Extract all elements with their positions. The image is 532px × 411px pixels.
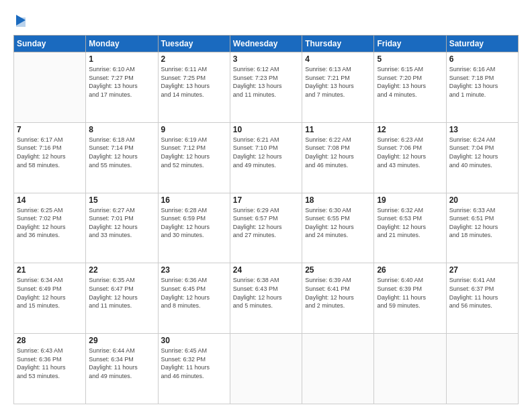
day-header-tuesday: Tuesday [158,36,230,52]
day-cell [446,334,518,404]
day-info: Sunrise: 6:21 AM Sunset: 7:10 PM Dayligh… [233,136,299,169]
header-row: SundayMondayTuesdayWednesdayThursdayFrid… [14,36,519,52]
day-cell: 26Sunrise: 6:40 AM Sunset: 6:39 PM Dayli… [374,263,446,334]
day-number: 5 [377,54,443,64]
day-info: Sunrise: 6:35 AM Sunset: 6:47 PM Dayligh… [89,276,154,310]
day-cell: 21Sunrise: 6:34 AM Sunset: 6:49 PM Dayli… [14,263,86,334]
day-info: Sunrise: 6:12 AM Sunset: 7:23 PM Dayligh… [233,65,299,99]
day-info: Sunrise: 6:33 AM Sunset: 6:51 PM Dayligh… [449,206,515,240]
day-number: 11 [305,125,371,134]
day-cell: 20Sunrise: 6:33 AM Sunset: 6:51 PM Dayli… [446,193,518,263]
day-number: 13 [449,125,515,134]
logo-icon [15,13,27,28]
day-info: Sunrise: 6:32 AM Sunset: 6:53 PM Dayligh… [377,206,443,240]
day-info: Sunrise: 6:17 AM Sunset: 7:16 PM Dayligh… [17,136,83,169]
day-info: Sunrise: 6:36 AM Sunset: 6:45 PM Dayligh… [161,276,227,310]
day-info: Sunrise: 6:45 AM Sunset: 6:32 PM Dayligh… [161,347,227,380]
day-number: 30 [161,336,227,345]
day-info: Sunrise: 6:19 AM Sunset: 7:12 PM Dayligh… [161,136,227,169]
day-number: 14 [17,195,83,205]
day-number: 15 [89,195,154,205]
day-cell: 11Sunrise: 6:22 AM Sunset: 7:08 PM Dayli… [302,122,374,193]
day-cell: 18Sunrise: 6:30 AM Sunset: 6:55 PM Dayli… [302,193,374,263]
day-cell: 22Sunrise: 6:35 AM Sunset: 6:47 PM Dayli… [86,263,158,334]
day-cell [374,334,446,404]
day-cell: 30Sunrise: 6:45 AM Sunset: 6:32 PM Dayli… [158,334,230,404]
day-number: 9 [161,125,227,134]
day-number: 12 [377,125,443,134]
day-info: Sunrise: 6:30 AM Sunset: 6:55 PM Dayligh… [305,206,371,240]
day-header-monday: Monday [86,36,158,52]
day-number: 16 [161,195,227,205]
day-info: Sunrise: 6:28 AM Sunset: 6:59 PM Dayligh… [161,206,227,240]
day-info: Sunrise: 6:16 AM Sunset: 7:18 PM Dayligh… [449,65,515,99]
day-cell: 16Sunrise: 6:28 AM Sunset: 6:59 PM Dayli… [158,193,230,263]
day-info: Sunrise: 6:11 AM Sunset: 7:25 PM Dayligh… [161,65,227,99]
day-cell: 24Sunrise: 6:38 AM Sunset: 6:43 PM Dayli… [230,263,302,334]
day-header-saturday: Saturday [446,36,518,52]
day-cell: 5Sunrise: 6:15 AM Sunset: 7:20 PM Daylig… [374,52,446,123]
day-number: 26 [377,265,443,275]
day-info: Sunrise: 6:44 AM Sunset: 6:34 PM Dayligh… [89,347,154,380]
logo [13,15,27,28]
day-cell: 4Sunrise: 6:13 AM Sunset: 7:21 PM Daylig… [302,52,374,123]
day-cell: 27Sunrise: 6:41 AM Sunset: 6:37 PM Dayli… [446,263,518,334]
day-info: Sunrise: 6:43 AM Sunset: 6:36 PM Dayligh… [17,347,83,380]
day-number: 21 [17,265,83,275]
day-info: Sunrise: 6:34 AM Sunset: 6:49 PM Dayligh… [17,276,83,310]
week-row-5: 28Sunrise: 6:43 AM Sunset: 6:36 PM Dayli… [14,334,519,404]
day-number: 22 [89,265,154,275]
day-cell: 13Sunrise: 6:24 AM Sunset: 7:04 PM Dayli… [446,122,518,193]
day-info: Sunrise: 6:40 AM Sunset: 6:39 PM Dayligh… [377,276,443,310]
day-info: Sunrise: 6:38 AM Sunset: 6:43 PM Dayligh… [233,276,299,310]
day-info: Sunrise: 6:18 AM Sunset: 7:14 PM Dayligh… [89,136,154,169]
day-number: 24 [233,265,299,275]
day-info: Sunrise: 6:24 AM Sunset: 7:04 PM Dayligh… [449,136,515,169]
day-cell: 12Sunrise: 6:23 AM Sunset: 7:06 PM Dayli… [374,122,446,193]
day-cell: 9Sunrise: 6:19 AM Sunset: 7:12 PM Daylig… [158,122,230,193]
day-number: 8 [89,125,154,134]
day-info: Sunrise: 6:41 AM Sunset: 6:37 PM Dayligh… [449,276,515,310]
day-info: Sunrise: 6:39 AM Sunset: 6:41 PM Dayligh… [305,276,371,310]
day-info: Sunrise: 6:29 AM Sunset: 6:57 PM Dayligh… [233,206,299,240]
day-cell [14,52,86,123]
day-info: Sunrise: 6:27 AM Sunset: 7:01 PM Dayligh… [89,206,154,240]
day-number: 17 [233,195,299,205]
day-cell: 15Sunrise: 6:27 AM Sunset: 7:01 PM Dayli… [86,193,158,263]
header [13,12,519,28]
day-info: Sunrise: 6:10 AM Sunset: 7:27 PM Dayligh… [89,65,154,99]
day-cell: 6Sunrise: 6:16 AM Sunset: 7:18 PM Daylig… [446,52,518,123]
day-header-friday: Friday [374,36,446,52]
day-number: 25 [305,265,371,275]
page: SundayMondayTuesdayWednesdayThursdayFrid… [0,0,532,411]
day-number: 7 [17,125,83,134]
day-number: 1 [89,54,154,64]
week-row-4: 21Sunrise: 6:34 AM Sunset: 6:49 PM Dayli… [14,263,519,334]
day-number: 20 [449,195,515,205]
calendar-body: 1Sunrise: 6:10 AM Sunset: 7:27 PM Daylig… [14,52,519,404]
day-cell: 23Sunrise: 6:36 AM Sunset: 6:45 PM Dayli… [158,263,230,334]
day-info: Sunrise: 6:23 AM Sunset: 7:06 PM Dayligh… [377,136,443,169]
calendar-header: SundayMondayTuesdayWednesdayThursdayFrid… [14,36,519,52]
day-cell [230,334,302,404]
day-number: 3 [233,54,299,64]
day-cell: 14Sunrise: 6:25 AM Sunset: 7:02 PM Dayli… [14,193,86,263]
week-row-2: 7Sunrise: 6:17 AM Sunset: 7:16 PM Daylig… [14,122,519,193]
day-number: 6 [449,54,515,64]
day-number: 4 [305,54,371,64]
day-number: 2 [161,54,227,64]
week-row-1: 1Sunrise: 6:10 AM Sunset: 7:27 PM Daylig… [14,52,519,123]
day-number: 27 [449,265,515,275]
day-number: 10 [233,125,299,134]
week-row-3: 14Sunrise: 6:25 AM Sunset: 7:02 PM Dayli… [14,193,519,263]
day-number: 29 [89,336,154,345]
day-header-thursday: Thursday [302,36,374,52]
day-info: Sunrise: 6:25 AM Sunset: 7:02 PM Dayligh… [17,206,83,240]
day-info: Sunrise: 6:15 AM Sunset: 7:20 PM Dayligh… [377,65,443,99]
day-cell: 25Sunrise: 6:39 AM Sunset: 6:41 PM Dayli… [302,263,374,334]
day-cell: 29Sunrise: 6:44 AM Sunset: 6:34 PM Dayli… [86,334,158,404]
day-cell: 1Sunrise: 6:10 AM Sunset: 7:27 PM Daylig… [86,52,158,123]
day-cell: 2Sunrise: 6:11 AM Sunset: 7:25 PM Daylig… [158,52,230,123]
day-info: Sunrise: 6:13 AM Sunset: 7:21 PM Dayligh… [305,65,371,99]
calendar-table: SundayMondayTuesdayWednesdayThursdayFrid… [13,35,519,404]
